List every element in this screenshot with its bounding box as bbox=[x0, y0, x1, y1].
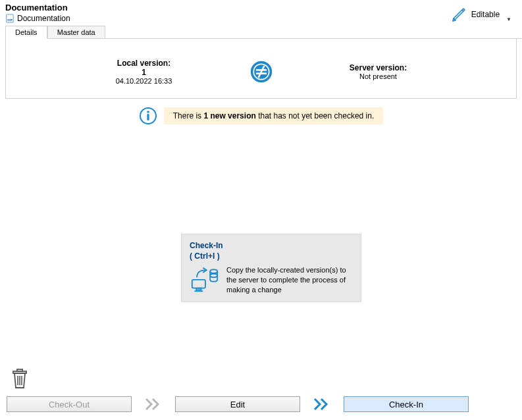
not-equal-icon bbox=[249, 60, 273, 84]
info-banner: There is 1 new version that has not yet … bbox=[139, 107, 384, 125]
pencil-icon bbox=[452, 7, 467, 22]
breadcrumb: DOC Documentation bbox=[5, 14, 70, 23]
svg-point-10 bbox=[147, 111, 149, 113]
chevron-right-icon bbox=[312, 396, 332, 412]
local-version-date: 04.10.2022 16:33 bbox=[91, 77, 197, 85]
tab-master-data[interactable]: Master data bbox=[47, 26, 105, 38]
tooltip-description: Copy the locally-created version(s) to t… bbox=[226, 265, 353, 295]
chevron-right-icon bbox=[144, 396, 163, 412]
svg-rect-13 bbox=[196, 288, 201, 290]
info-suffix: that has not yet been checked in. bbox=[256, 111, 374, 120]
local-version-block: Local version: 1 04.10.2022 16:33 bbox=[91, 59, 197, 85]
tab-bar: Details Master data bbox=[5, 26, 522, 39]
svg-rect-21 bbox=[17, 369, 22, 371]
server-version-block: Server version: Not present bbox=[326, 63, 431, 80]
check-in-icon bbox=[190, 265, 220, 293]
tooltip-title: Check-In bbox=[190, 241, 353, 251]
server-version-value: Not present bbox=[326, 72, 431, 80]
local-version-number: 1 bbox=[91, 68, 197, 77]
editable-toggle[interactable]: Editable ▼ bbox=[452, 3, 517, 22]
info-icon bbox=[139, 107, 157, 125]
editable-label: Editable bbox=[471, 10, 500, 19]
trash-icon[interactable] bbox=[11, 368, 29, 389]
check-out-button[interactable]: Check-Out bbox=[7, 396, 132, 412]
chevron-down-icon: ▼ bbox=[506, 16, 511, 22]
tooltip-shortcut: ( Ctrl+I ) bbox=[190, 251, 353, 262]
page-title: Documentation bbox=[5, 3, 70, 13]
check-in-button[interactable]: Check-In bbox=[344, 396, 469, 412]
svg-point-15 bbox=[210, 270, 217, 273]
check-in-tooltip: Check-In ( Ctrl+I ) Copy the locally-cre… bbox=[181, 234, 361, 302]
info-text: There is 1 new version that has not yet … bbox=[164, 107, 384, 124]
svg-point-16 bbox=[210, 274, 217, 277]
svg-text:DOC: DOC bbox=[8, 18, 12, 21]
edit-button[interactable]: Edit bbox=[175, 396, 300, 412]
svg-rect-12 bbox=[192, 280, 205, 288]
tab-details[interactable]: Details bbox=[5, 26, 47, 39]
document-icon: DOC bbox=[5, 14, 14, 23]
info-bold: 1 new version bbox=[203, 111, 255, 120]
info-prefix: There is bbox=[173, 111, 204, 120]
breadcrumb-label: Documentation bbox=[17, 14, 70, 23]
svg-rect-0 bbox=[7, 14, 14, 22]
svg-rect-11 bbox=[147, 114, 149, 120]
details-panel: Local version: 1 04.10.2022 16:33 Server… bbox=[5, 39, 517, 99]
local-version-label: Local version: bbox=[91, 59, 197, 68]
server-version-label: Server version: bbox=[326, 63, 431, 72]
